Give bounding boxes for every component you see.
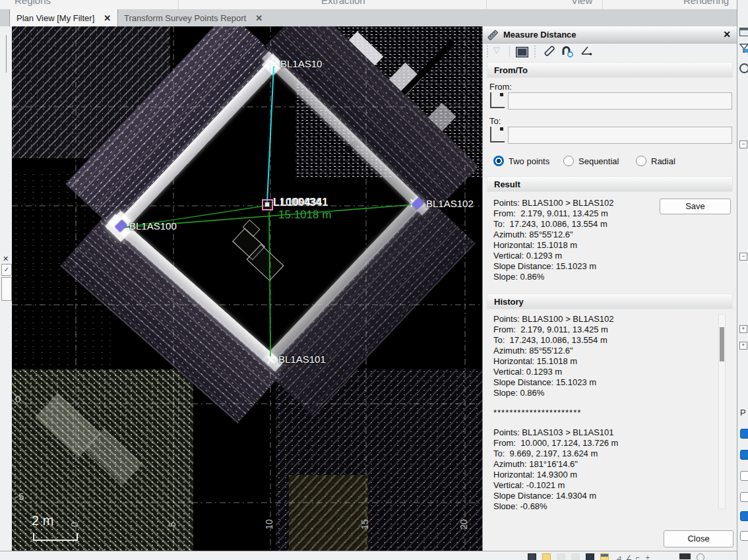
toolbar-grip[interactable] bbox=[534, 46, 538, 57]
window-icon[interactable] bbox=[739, 28, 748, 36]
history-line: Vertical: 0.1293 m bbox=[493, 367, 718, 377]
radio-icon[interactable] bbox=[636, 156, 646, 166]
from-label: From: bbox=[489, 82, 512, 92]
to-input[interactable] bbox=[508, 127, 732, 144]
ribbon-separator bbox=[178, 0, 179, 9]
panel-title: Measure Distance bbox=[503, 30, 577, 40]
toggle-on[interactable] bbox=[740, 429, 748, 439]
tab-transform-report[interactable]: Transform Survey Points Report ✕ bbox=[117, 9, 269, 26]
tab-plan-view[interactable]: Plan View [My Filter] ✕ bbox=[9, 9, 118, 26]
close-icon[interactable]: ✕ bbox=[3, 255, 9, 263]
statusbar-glyph-0[interactable]: ⊿ bbox=[616, 553, 621, 560]
ribbon-separator bbox=[486, 0, 487, 9]
toggle-on[interactable] bbox=[740, 511, 748, 521]
picked-point-marker[interactable] bbox=[262, 199, 273, 210]
history-line: Points: BL1AS103 > BL1AS101 bbox=[493, 427, 718, 438]
filter-icon[interactable] bbox=[739, 44, 748, 53]
highlighted-tool-icon[interactable] bbox=[542, 553, 551, 560]
toggle-off[interactable] bbox=[740, 492, 748, 502]
properties-panel-label: P bbox=[740, 408, 746, 418]
radio-two-points[interactable]: Two points bbox=[493, 156, 549, 166]
left-scroll-indicator[interactable] bbox=[6, 35, 7, 73]
survey-point-marker-bottom[interactable] bbox=[266, 355, 276, 365]
result-line: Vertical: 0.1293 m bbox=[493, 251, 652, 261]
dropdown-arrow-icon: ▽ bbox=[493, 45, 500, 55]
highlighted-ruler-icon[interactable] bbox=[600, 553, 609, 560]
ribbon-group-regions[interactable]: Regions bbox=[15, 0, 51, 6]
tree-expand-icon[interactable]: + bbox=[739, 325, 747, 333]
tree-collapse-icon[interactable]: − bbox=[739, 140, 747, 148]
result-line: Azimuth: 85°55'12.6" bbox=[493, 230, 652, 240]
from-input[interactable] bbox=[508, 92, 732, 109]
panel-close-icon[interactable]: ✕ bbox=[723, 29, 731, 40]
refresh-icon[interactable] bbox=[739, 63, 748, 73]
result-line: Points: BL1AS100 > BL1AS102 bbox=[493, 198, 652, 208]
y-axis-tick: 0 bbox=[15, 393, 20, 404]
close-button[interactable]: Close bbox=[664, 530, 733, 547]
right-edge-strip: − − + + P bbox=[737, 0, 748, 560]
survey-point-label-right: BL1AS102 bbox=[426, 198, 474, 209]
history-entry: Points: BL1AS100 > BL1AS102From: 2.179, … bbox=[493, 314, 718, 398]
left-edge-strip: ✕ ✓ bbox=[0, 26, 13, 551]
collapsed-panel-stub[interactable] bbox=[1, 277, 12, 301]
tree-collapse-icon[interactable]: − bbox=[739, 253, 747, 261]
measure-ruler-icon[interactable] bbox=[544, 45, 555, 57]
history-separator: ********************** bbox=[493, 408, 718, 418]
pick-point-icon-to[interactable] bbox=[490, 127, 505, 142]
ribbon-group-extraction[interactable]: Extraction bbox=[321, 0, 365, 6]
panel-toolbar: ▽ bbox=[483, 44, 737, 59]
tab-close-icon[interactable]: ✕ bbox=[255, 13, 263, 23]
radio-radial[interactable]: Radial bbox=[636, 156, 675, 166]
tab-close-icon[interactable]: ✕ bbox=[104, 13, 111, 23]
panel-title-bar[interactable]: Measure Distance ✕ bbox=[483, 26, 737, 44]
angle-measure-icon[interactable] bbox=[580, 45, 592, 57]
ribbon-group-view[interactable]: View bbox=[571, 0, 592, 6]
radio-icon[interactable] bbox=[563, 156, 574, 166]
history-line: Azimuth: 85°55'12.6" bbox=[493, 346, 718, 356]
ribbon-group-rendering[interactable]: Rendering bbox=[683, 0, 729, 6]
toggle-off[interactable] bbox=[740, 471, 748, 481]
monitor-icon[interactable] bbox=[528, 553, 536, 560]
history-line: Slope: -0.68% bbox=[493, 501, 718, 509]
survey-point-marker-top[interactable] bbox=[269, 59, 279, 69]
scrollbar-thumb[interactable] bbox=[720, 327, 724, 361]
section-header-history: History bbox=[487, 294, 733, 309]
toggle-on[interactable] bbox=[740, 450, 748, 460]
tree-expand-icon[interactable]: + bbox=[739, 342, 747, 350]
history-line: Points: BL1AS100 > BL1AS102 bbox=[493, 314, 718, 325]
snapshot-icon[interactable] bbox=[516, 47, 528, 57]
result-line: Slope: 0.86% bbox=[493, 272, 652, 282]
disabled-tool-icon[interactable] bbox=[571, 553, 580, 560]
ribbon-strip: RegionsExtractionViewRendering bbox=[0, 0, 748, 9]
plan-view-viewport[interactable]: BL1AS10 BL1AS100 BL1AS102 BL1AS101 L1006… bbox=[12, 26, 482, 551]
toggle-off[interactable] bbox=[740, 531, 748, 541]
statusbar-glyph-3[interactable]: + bbox=[646, 553, 650, 560]
x-axis-tick: 0 bbox=[69, 514, 78, 534]
history-line: Slope Distance: 14.9304 m bbox=[493, 491, 718, 501]
history-line: Vertical: -0.1021 m bbox=[493, 480, 718, 491]
check-icon[interactable]: ✓ bbox=[1, 264, 12, 276]
ruler-icon bbox=[487, 30, 498, 40]
scale-bar bbox=[33, 533, 78, 541]
section-header-from-to: From/To bbox=[487, 62, 733, 78]
statusbar-glyph-2[interactable]: ⌐ bbox=[636, 553, 640, 560]
y-axis-tick: -5 bbox=[15, 491, 24, 502]
dark-rect-icon[interactable] bbox=[679, 553, 691, 559]
measure-distance-annotation: 15.1018 m bbox=[278, 208, 331, 222]
pick-point-icon-from[interactable] bbox=[490, 92, 505, 108]
history-line: From: 2.179, 9.011, 13.425 m bbox=[493, 325, 718, 335]
history-list[interactable]: Points: BL1AS100 > BL1AS102From: 2.179, … bbox=[483, 314, 718, 509]
history-scrollbar[interactable] bbox=[718, 314, 726, 509]
section-header-result: Result bbox=[487, 176, 733, 192]
snap-magnet-icon[interactable] bbox=[561, 45, 574, 57]
toolbar-grip[interactable] bbox=[487, 46, 490, 57]
circle-icon[interactable] bbox=[697, 553, 704, 560]
save-button[interactable]: Save bbox=[660, 199, 731, 214]
result-readout: Points: BL1AS100 > BL1AS102From: 2.179, … bbox=[493, 198, 652, 282]
statusbar-glyph-1[interactable]: ∠ bbox=[626, 553, 632, 560]
radio-sequential[interactable]: Sequential bbox=[563, 156, 619, 166]
dark-tool-icon[interactable] bbox=[586, 553, 594, 560]
disabled-tool-icon[interactable] bbox=[557, 553, 565, 560]
history-line: Slope: 0.86% bbox=[493, 388, 718, 398]
radio-selected-icon[interactable] bbox=[493, 156, 504, 166]
